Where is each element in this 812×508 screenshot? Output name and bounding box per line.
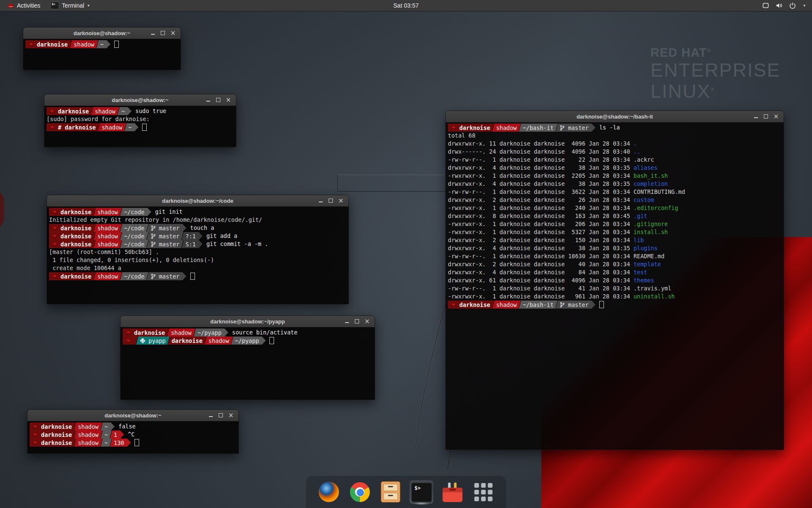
dock-item-files[interactable] <box>379 480 403 504</box>
terminal-line: darknoiseshadow~/codemastertouch a <box>49 224 346 232</box>
terminal-content[interactable]: darknoiseshadow~falsedarknoiseshadow~1^C… <box>27 421 239 453</box>
firefox-icon <box>319 482 339 502</box>
close-button[interactable]: × <box>362 316 372 327</box>
terminal-text: -rwxrwxr-x. 1 darknoise darknoise 5327 J… <box>448 228 634 236</box>
terminal-content[interactable]: darknoiseshadow~/pyappsource bin/activat… <box>121 327 375 400</box>
terminal-line: darknoiseshadow~false <box>30 422 236 431</box>
terminal-content[interactable]: darknoiseshadow~ <box>23 39 181 70</box>
app-menu-label: Terminal <box>62 2 84 9</box>
prompt-segment-u: darknoise <box>25 40 71 48</box>
power-icon[interactable] <box>789 2 796 9</box>
volume-icon[interactable] <box>776 2 783 9</box>
window-title: darknoise@shadow:~/pyapp <box>210 318 285 325</box>
minimize-button[interactable] <box>203 94 213 105</box>
terminal-line: [master (root-commit) 50bcb63] . <box>49 248 346 256</box>
minimize-button[interactable] <box>315 195 326 206</box>
terminal-window-code[interactable]: darknoise@shadow:~/code × darknoiseshado… <box>47 195 349 304</box>
close-button[interactable]: × <box>168 28 178 39</box>
terminal-line: drwx------. 24 darknoise darknoise 4096 … <box>448 148 782 156</box>
prompt-segment-h: shadow <box>492 124 521 132</box>
activities-button[interactable]: Activities <box>3 0 44 11</box>
terminal-text: git init <box>155 208 183 216</box>
terminal-line: drwxrwxr-x. 4 darknoise darknoise 38 Jan… <box>448 244 782 252</box>
prompt-segment-d: ~/code <box>120 208 151 216</box>
dock-item-app-grid[interactable] <box>472 480 495 504</box>
window-titlebar[interactable]: darknoise@shadow:~ × <box>27 410 239 421</box>
dock-item-firefox[interactable] <box>317 480 341 504</box>
prompt-segment-h: shadow <box>492 301 521 309</box>
dock-item-toolbox[interactable] <box>441 480 464 504</box>
window-titlebar[interactable]: darknoise@shadow:~ × <box>44 94 236 106</box>
minimize-button[interactable] <box>148 28 158 39</box>
window-titlebar[interactable]: darknoise@shadow:~/pyapp × <box>121 316 375 327</box>
prompt-segment-u: darknoise <box>448 301 494 309</box>
fedora-icon <box>126 330 131 336</box>
terminal-window-sudo[interactable]: darknoise@shadow:~ × darknoiseshadow~sud… <box>44 94 236 147</box>
window-title: darknoise@shadow:~ <box>104 412 161 419</box>
app-menu-terminal[interactable]: $> Terminal ▼ <box>47 0 94 11</box>
terminal-text: bash_it.sh <box>634 172 668 180</box>
terminal-content[interactable]: darknoiseshadow~/codegit initInitialized… <box>47 207 348 304</box>
terminal-window-home-1[interactable]: darknoise@shadow:~ × darknoiseshadow~ <box>23 27 181 70</box>
close-button[interactable]: × <box>336 195 346 206</box>
terminal-text: .travis.yml <box>634 284 671 293</box>
clock[interactable]: Sat 03:57 <box>393 2 419 9</box>
terminal-line: -rwxrwxr-x. 1 darknoise darknoise 961 Ja… <box>448 293 782 301</box>
chevron-down-icon[interactable]: ▼ <box>803 4 806 8</box>
terminal-text: install.sh <box>634 228 668 236</box>
close-button[interactable]: × <box>226 410 236 421</box>
minimize-button[interactable] <box>751 111 761 122</box>
terminal-text: drwxrwxr-x. 11 darknoise darknoise 4096 … <box>448 140 634 148</box>
prompt-segment-s: ?:1 <box>182 232 203 240</box>
close-button[interactable]: × <box>223 94 233 105</box>
terminal-window-bash-it[interactable]: darknoise@shadow:~/bash-it × darknoisesh… <box>445 110 784 450</box>
terminal-icon: $> <box>411 483 431 502</box>
terminal-window-home-2[interactable]: darknoise@shadow:~ × darknoiseshadow~fal… <box>27 409 239 454</box>
terminal-text: create mode 100644 a <box>49 264 121 272</box>
minimize-button[interactable] <box>342 316 352 327</box>
terminal-text: touch a <box>190 224 214 232</box>
maximize-button[interactable] <box>216 410 226 421</box>
py-icon <box>140 338 145 344</box>
prompt-segment-b: master <box>556 124 595 132</box>
maximize-button[interactable] <box>352 316 362 327</box>
terminal-text: drwxrwxr-x. 4 darknoise darknoise 38 Jan… <box>448 244 634 252</box>
terminal-text: custom <box>634 196 654 204</box>
close-button[interactable]: × <box>771 111 781 122</box>
dock-item-chrome[interactable] <box>348 480 372 504</box>
window-titlebar[interactable]: darknoise@shadow:~/bash-it × <box>446 111 784 122</box>
terminal-line: drwxrwxr-x. 4 darknoise darknoise 38 Jan… <box>448 180 782 188</box>
prompt-segment-h: shadow <box>93 232 122 240</box>
prompt-segment-u: darknoise <box>123 329 169 337</box>
minimize-button[interactable] <box>206 410 216 421</box>
terminal-line: drwxrwxr-x. 4 darknoise darknoise 38 Jan… <box>448 164 782 172</box>
display-icon[interactable] <box>762 2 769 9</box>
prompt-segment-u: darknoise <box>30 422 76 431</box>
chrome-icon <box>350 482 370 502</box>
dock-item-terminal[interactable]: $> <box>410 480 433 504</box>
terminal-window-pyapp[interactable]: darknoise@shadow:~/pyapp × darknoiseshad… <box>120 315 375 400</box>
terminal-text: -rwxrwxr-x. 1 darknoise darknoise 240 Ja… <box>448 204 634 212</box>
terminal-text: .ackrc <box>634 156 654 164</box>
rhel-logo-enterprise: ENTERPRISE <box>650 60 781 81</box>
prompt-segment-u: darknoise <box>448 124 494 132</box>
window-titlebar[interactable]: darknoise@shadow:~/code × <box>47 195 348 207</box>
window-title: darknoise@shadow:~ <box>112 97 168 103</box>
terminal-cursor <box>142 124 147 131</box>
prompt-segment-h: shadow <box>167 329 195 337</box>
maximize-button[interactable] <box>213 94 223 105</box>
terminal-content[interactable]: darknoiseshadow~sudo true[sudo] password… <box>44 106 236 147</box>
maximize-button[interactable] <box>326 195 336 206</box>
terminal-line: -rwxrwxr-x. 1 darknoise darknoise 206 Ja… <box>448 220 782 228</box>
terminal-text: ls -la <box>599 124 620 132</box>
terminal-line: drwxrwxr-x. 2 darknoise darknoise 150 Ja… <box>448 236 782 244</box>
terminal-text: drwxrwxr-x. 2 darknoise darknoise 150 Ja… <box>448 236 634 244</box>
terminal-text: .. <box>634 148 640 156</box>
fedora-icon <box>33 432 38 438</box>
prompt-segment-u: darknoise <box>168 337 206 345</box>
window-titlebar[interactable]: darknoise@shadow:~ × <box>23 28 181 39</box>
maximize-button[interactable] <box>761 111 771 122</box>
terminal-content[interactable]: darknoiseshadow~/bash-itmasterls -latota… <box>446 122 784 450</box>
maximize-button[interactable] <box>158 28 168 39</box>
terminal-cursor <box>269 337 274 344</box>
